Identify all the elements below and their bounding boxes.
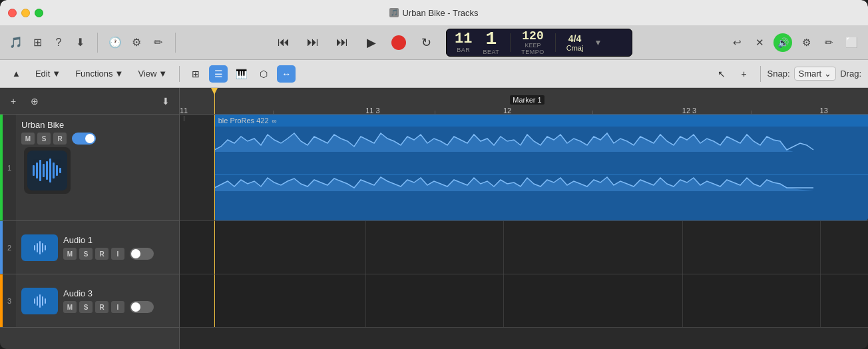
track-content-area: ble ProRes 422 ∞ <box>180 115 868 349</box>
minimize-button[interactable] <box>21 9 30 17</box>
mute-button-3[interactable]: M <box>63 301 77 313</box>
edit-toolbar-group: 🕐 ⚙ ✏ <box>107 35 166 51</box>
pencil2-icon[interactable]: ✏ <box>820 34 837 51</box>
track-controls-2: M S R I <box>63 248 154 260</box>
view-label: View <box>138 69 156 79</box>
drag-label: Drag: <box>840 69 861 79</box>
track-controls-3: M S R I <box>63 301 154 313</box>
signature-display: 4/4 Cmaj <box>566 33 584 52</box>
mixer-icon[interactable]: ⊞ <box>29 35 45 51</box>
divider-2 <box>175 33 176 53</box>
rewind-button[interactable]: ⏮ <box>274 33 293 52</box>
track-name-2: Audio 1 <box>63 235 154 245</box>
skip-back-button[interactable]: ⏭ <box>333 33 351 52</box>
svg-rect-5 <box>46 161 48 180</box>
grid-view-button[interactable]: ⊞ <box>186 65 205 83</box>
audio-clip-1[interactable]: ble ProRes 422 ∞ <box>214 115 868 220</box>
svg-rect-7 <box>53 163 55 178</box>
metronome-icon[interactable]: 🕐 <box>107 35 123 51</box>
settings-icon[interactable]: ⚙ <box>797 34 815 51</box>
snap-select[interactable]: Smart ⌄ <box>794 67 837 81</box>
edit-menu-button[interactable]: Edit ▼ <box>30 65 66 83</box>
track-options-button[interactable]: ⬇ <box>158 93 174 109</box>
mute-button-1[interactable]: M <box>21 133 35 145</box>
solo-button-2[interactable]: S <box>79 248 93 260</box>
marker-label: Marker 1 <box>510 93 544 105</box>
track-content-row-3[interactable] <box>180 274 868 328</box>
list-view-button[interactable]: ☰ <box>209 65 228 83</box>
piano-roll-button[interactable]: 🎹 <box>232 65 250 83</box>
tempo-label: TEMPO <box>521 49 544 55</box>
playhead-triangle <box>211 88 218 95</box>
time-sig-value: 4/4 <box>568 33 581 44</box>
record-button[interactable] <box>391 35 406 50</box>
grid-line <box>820 221 821 274</box>
lcd-divider-1 <box>510 33 511 52</box>
pencil-icon[interactable]: ✏ <box>150 35 166 51</box>
functions-label: Functions <box>75 69 112 79</box>
track-toggle-2[interactable] <box>130 248 154 260</box>
pointer-tool-button[interactable]: ↖ <box>712 65 731 83</box>
track-info-3: Audio 3 M S R I <box>16 274 179 327</box>
duplicate-track-button[interactable]: ⊕ <box>27 93 43 109</box>
solo-button-3[interactable]: S <box>79 301 93 313</box>
functions-menu-button[interactable]: Functions ▼ <box>70 65 128 83</box>
playhead-track2 <box>214 221 215 274</box>
track-number-3: 3 <box>3 274 16 327</box>
audio-thumb-2 <box>21 234 58 261</box>
track-content-row-1[interactable]: ble ProRes 422 ∞ <box>180 115 868 221</box>
track-tool-button[interactable]: ↔ <box>277 65 296 83</box>
scissors-tool-button[interactable]: ⬡ <box>254 65 273 83</box>
track-row: 1 Urban Bike M S R <box>0 115 179 221</box>
close-button[interactable] <box>8 9 17 17</box>
mute-button-2[interactable]: M <box>63 248 77 260</box>
keep-label: KEEP <box>525 42 541 49</box>
add-tool-button[interactable]: + <box>735 65 754 83</box>
up-arrow-button[interactable]: ▲ <box>7 65 26 83</box>
transport-controls: ⏮ ⏭ ⏭ ▶ ↻ 11 BAR 1 BEAT 120 KEEP TEMPO 4… <box>185 29 722 57</box>
main-area: + ⊕ ⬇ 1 Urban Bike M S R <box>0 88 868 349</box>
track-content-row-2[interactable] <box>180 221 868 274</box>
add-track-button[interactable]: + <box>5 93 21 109</box>
solo-button-1[interactable]: S <box>37 133 51 145</box>
fullscreen-button[interactable] <box>35 9 43 17</box>
toolbar-divider-3 <box>179 66 180 82</box>
bar-label: BAR <box>457 47 470 53</box>
svg-rect-2 <box>36 163 38 178</box>
second-toolbar: ▲ Edit ▼ Functions ▼ View ▼ ⊞ ☰ 🎹 ⬡ ↔ ↖ … <box>0 60 868 88</box>
save-icon[interactable]: ⬜ <box>843 34 860 51</box>
lcd-chevron-icon[interactable]: ▼ <box>594 38 602 47</box>
import-icon[interactable]: ⬇ <box>72 35 88 51</box>
close-project-icon[interactable]: ✕ <box>751 34 768 51</box>
play-button[interactable]: ▶ <box>362 33 381 52</box>
timeline-ruler: 11 11 3 12 12 3 13 <box>180 88 868 115</box>
waveform-bottom <box>214 174 868 221</box>
media-browser-icon[interactable]: 🎵 <box>8 35 24 51</box>
tempo-display: 120 KEEP TEMPO <box>521 30 544 55</box>
playhead-track3 <box>214 274 215 327</box>
undo-history-icon[interactable]: ↩ <box>728 34 746 51</box>
input-button-2[interactable]: I <box>111 248 124 260</box>
help-icon[interactable]: ? <box>51 35 67 51</box>
playhead <box>214 88 215 114</box>
fast-forward-button[interactable]: ⏭ <box>304 33 322 52</box>
eq-icon[interactable]: ⚙ <box>128 35 144 51</box>
up-arrow-icon: ▲ <box>12 69 21 79</box>
track-toggle-3[interactable] <box>130 301 154 313</box>
lcd-display: 11 BAR 1 BEAT 120 KEEP TEMPO 4/4 Cmaj ▼ <box>446 29 632 57</box>
audio-wave-icon-2 <box>34 241 46 254</box>
svg-rect-1 <box>33 165 35 176</box>
track-toggle-1[interactable] <box>72 133 96 145</box>
record-arm-button-3[interactable]: R <box>95 301 108 313</box>
view-menu-button[interactable]: View ▼ <box>132 65 172 83</box>
waveform-fill-bottom <box>214 177 813 191</box>
record-arm-button-1[interactable]: R <box>53 133 67 145</box>
output-icon[interactable]: 🔊 <box>773 33 792 52</box>
main-toolbar: 🎵 ⊞ ? ⬇ 🕐 ⚙ ✏ ⏮ ⏭ ⏭ ▶ ↻ 11 BAR 1 BEAT <box>0 25 868 60</box>
waveform-fill-top <box>214 133 793 152</box>
input-button-3[interactable]: I <box>111 301 124 313</box>
grid-line <box>503 274 504 327</box>
cycle-button[interactable]: ↻ <box>417 33 435 52</box>
timeline-area: 11 11 3 12 12 3 13 <box>180 88 868 349</box>
record-arm-button-2[interactable]: R <box>95 248 108 260</box>
